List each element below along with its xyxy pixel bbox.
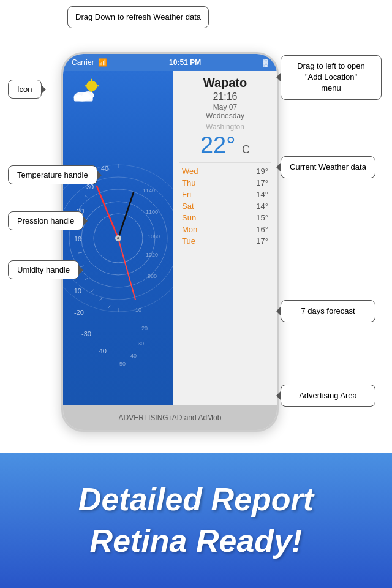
svg-text:20: 20 xyxy=(141,325,148,331)
weather-cloud-sun-icon xyxy=(69,77,105,105)
svg-line-45 xyxy=(99,298,102,301)
svg-line-48 xyxy=(97,186,118,238)
svg-text:1100: 1100 xyxy=(146,209,158,215)
advertising-area-annotation: Advertising Area xyxy=(281,385,375,407)
svg-text:1060: 1060 xyxy=(148,233,160,239)
status-bar: Carrier 📶 10:51 PM ▓ xyxy=(63,54,277,71)
forecast-row: Wed 19° xyxy=(179,166,271,176)
svg-text:-40: -40 xyxy=(97,347,107,355)
battery-icon: ▓ xyxy=(263,58,268,67)
city-name: Wapato xyxy=(179,76,271,90)
svg-line-46 xyxy=(108,305,110,308)
umidity-handle-annotation: Umidity handle xyxy=(8,260,79,279)
days-forecast-annotation: 7 days forecast xyxy=(281,300,375,322)
banner-line1: Detailed Report xyxy=(78,481,314,518)
forecast-row: Fri 14° xyxy=(179,189,271,200)
forecast-row: Sat 14° xyxy=(179,201,271,211)
svg-line-37 xyxy=(85,195,88,197)
svg-text:10: 10 xyxy=(135,307,141,313)
svg-line-44 xyxy=(91,289,94,292)
svg-text:-20: -20 xyxy=(74,309,84,316)
temperature-display: 22° C xyxy=(179,132,271,159)
svg-line-43 xyxy=(85,278,88,280)
forecast-row: Thu 17° xyxy=(179,178,271,188)
svg-line-49 xyxy=(118,192,134,238)
temperature-handle-annotation: Temperature handle xyxy=(8,165,97,184)
ad-bar: ADVERTISING iAD and AdMob xyxy=(63,405,277,430)
svg-text:40: 40 xyxy=(130,353,137,359)
phone-frame: Carrier 📶 10:51 PM ▓ xyxy=(61,52,279,432)
phone-content: 40 30 20 10 0 -10 -20 -30 -40 1140 1100 … xyxy=(63,71,277,430)
weather-panel: Wapato 21:16 May 07 Wednesday Washington… xyxy=(173,71,277,405)
svg-text:1020: 1020 xyxy=(146,252,158,258)
svg-text:10: 10 xyxy=(74,235,81,243)
icon-annotation: Icon xyxy=(8,80,42,99)
pression-handle-annotation: Pression handle xyxy=(8,211,83,230)
svg-text:30: 30 xyxy=(138,341,144,347)
svg-point-0 xyxy=(86,81,97,91)
current-weather-annotation: Current Weather data xyxy=(281,156,375,178)
drag-left-annotation: Drag to left to open"Add Location"menu xyxy=(281,55,382,100)
svg-point-52 xyxy=(117,237,119,239)
weather-time: 21:16 xyxy=(179,91,271,102)
time-display: 10:51 PM xyxy=(169,58,201,67)
forecast-row: Tue 17° xyxy=(179,236,271,246)
drag-down-annotation: Drag Down to refresh Weather data xyxy=(67,6,209,28)
forecast-row: Mon 16° xyxy=(179,224,271,235)
wifi-icon: 📶 xyxy=(98,58,107,67)
weather-icon-area xyxy=(69,77,106,108)
banner-line2: Retina Ready! xyxy=(90,523,303,560)
svg-line-50 xyxy=(118,238,135,300)
carrier-label: Carrier 📶 xyxy=(72,58,107,67)
divider xyxy=(179,162,271,163)
weather-date: May 07 Wednesday xyxy=(179,103,271,120)
gauge-svg: 40 30 20 10 0 -10 -20 -30 -40 1140 1100 … xyxy=(63,71,173,405)
svg-text:-30: -30 xyxy=(81,330,91,337)
gauge-panel[interactable]: 40 30 20 10 0 -10 -20 -30 -40 1140 1100 … xyxy=(63,71,173,405)
svg-line-41 xyxy=(78,252,82,253)
svg-text:980: 980 xyxy=(148,273,157,279)
svg-rect-8 xyxy=(74,97,93,102)
forecast-list: Wed 19° Thu 17° Fri 14° Sat 14° xyxy=(179,166,271,401)
bottom-banner: Detailed Report Retina Ready! xyxy=(0,453,392,588)
svg-text:50: 50 xyxy=(119,361,126,367)
main-area: 40 30 20 10 0 -10 -20 -30 -40 1140 1100 … xyxy=(63,71,277,405)
svg-text:1140: 1140 xyxy=(143,187,155,194)
forecast-row: Sun 15° xyxy=(179,213,271,223)
svg-text:-10: -10 xyxy=(72,287,81,295)
region-label: Washington xyxy=(179,123,271,131)
